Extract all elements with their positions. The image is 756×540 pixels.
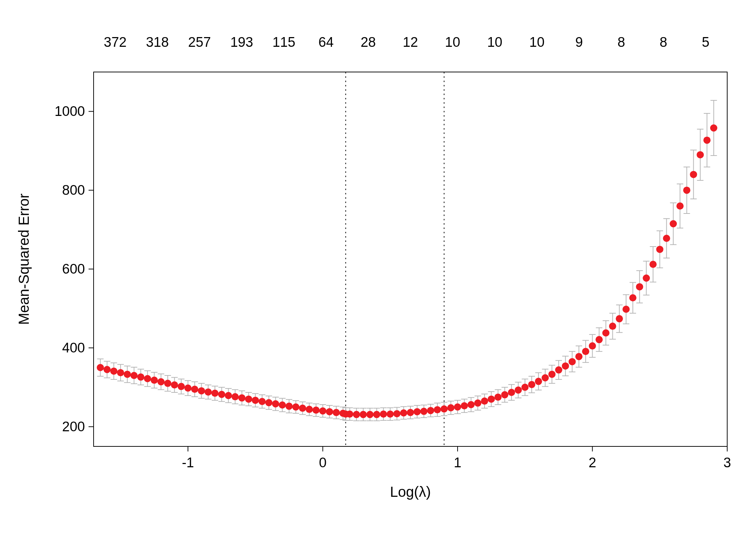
nonzero-count-label: 318	[146, 35, 168, 50]
x-tick-label: -1	[182, 455, 194, 470]
data-point	[434, 406, 441, 413]
data-point	[177, 383, 185, 390]
data-point	[414, 408, 421, 415]
data-point	[488, 396, 495, 403]
x-tick-label: 2	[589, 455, 596, 470]
data-point	[299, 405, 306, 412]
data-point	[602, 329, 609, 337]
data-point	[353, 411, 360, 418]
data-point	[326, 408, 333, 415]
data-point	[360, 411, 367, 418]
data-point	[400, 409, 407, 417]
data-point	[97, 364, 104, 371]
nonzero-count-label: 5	[702, 35, 709, 50]
y-tick-label: 800	[62, 183, 85, 198]
data-point	[387, 410, 394, 418]
nonzero-count-label: 8	[660, 35, 667, 50]
data-point	[110, 368, 117, 375]
y-axis-label: Mean-Squared Error	[16, 194, 32, 325]
data-point	[697, 151, 704, 158]
data-point	[649, 261, 657, 268]
nonzero-count-label: 9	[575, 35, 583, 50]
data-point	[258, 398, 266, 405]
data-point	[407, 409, 414, 416]
nonzero-count-label: 10	[529, 35, 544, 50]
nonzero-count-label: 10	[487, 35, 502, 50]
data-point	[292, 404, 300, 411]
data-point	[306, 406, 313, 413]
data-point	[333, 409, 340, 416]
data-point	[656, 246, 663, 253]
data-point	[252, 397, 259, 404]
data-point	[589, 342, 596, 350]
data-point	[346, 410, 353, 418]
data-point	[468, 401, 475, 408]
data-point	[494, 393, 501, 401]
data-point	[184, 384, 192, 392]
nonzero-count-label: 257	[188, 35, 211, 50]
data-point	[157, 378, 165, 385]
data-point	[535, 378, 542, 385]
data-point	[171, 381, 178, 388]
chart-svg: -101232004006008001000Log(λ)Mean-Squared…	[0, 0, 756, 540]
data-point	[541, 374, 549, 382]
data-point	[218, 391, 225, 398]
data-point	[144, 375, 151, 382]
data-point	[245, 396, 252, 403]
data-point	[373, 411, 380, 418]
data-point	[575, 353, 582, 360]
data-point	[447, 404, 454, 411]
data-point	[508, 389, 515, 396]
data-point	[582, 348, 589, 355]
data-point	[521, 384, 528, 391]
y-tick-label: 1000	[54, 104, 85, 119]
data-point	[629, 294, 636, 301]
data-point	[670, 220, 677, 227]
nonzero-count-label: 64	[319, 35, 334, 50]
data-point	[204, 388, 212, 396]
data-point	[562, 363, 569, 370]
data-point	[225, 392, 232, 399]
data-point	[568, 358, 576, 365]
data-point	[124, 371, 131, 378]
data-point	[609, 323, 616, 330]
data-point	[555, 366, 562, 374]
data-point	[595, 336, 603, 343]
data-point	[191, 386, 198, 393]
data-point	[393, 410, 401, 417]
data-point	[319, 407, 327, 414]
data-point	[636, 283, 643, 291]
data-point	[703, 136, 711, 144]
data-point	[238, 394, 246, 401]
nonzero-count-label: 12	[403, 35, 418, 50]
data-point	[265, 399, 273, 406]
data-point	[151, 377, 158, 384]
data-point	[690, 171, 697, 178]
data-point	[454, 404, 461, 411]
data-point	[427, 407, 434, 414]
x-tick-label: 3	[723, 455, 731, 470]
data-point	[683, 186, 690, 194]
data-point	[312, 406, 320, 414]
data-point	[366, 411, 374, 418]
data-point	[117, 369, 124, 376]
y-tick-label: 200	[62, 419, 85, 434]
data-point	[548, 371, 555, 378]
data-point	[515, 386, 522, 393]
y-tick-label: 400	[62, 340, 85, 355]
data-point	[616, 315, 623, 322]
x-tick-label: 0	[319, 455, 327, 470]
data-point	[501, 391, 508, 399]
nonzero-count-label: 10	[445, 35, 460, 50]
data-point	[198, 387, 205, 395]
data-point	[420, 408, 427, 415]
data-point	[380, 410, 387, 418]
data-point	[211, 390, 219, 397]
cv-glmnet-plot: -101232004006008001000Log(λ)Mean-Squared…	[0, 0, 756, 540]
data-point	[285, 402, 293, 410]
data-point	[710, 124, 717, 131]
y-tick-label: 600	[62, 261, 85, 276]
data-point	[272, 400, 279, 408]
data-point	[474, 400, 481, 407]
nonzero-count-label: 193	[230, 35, 253, 50]
